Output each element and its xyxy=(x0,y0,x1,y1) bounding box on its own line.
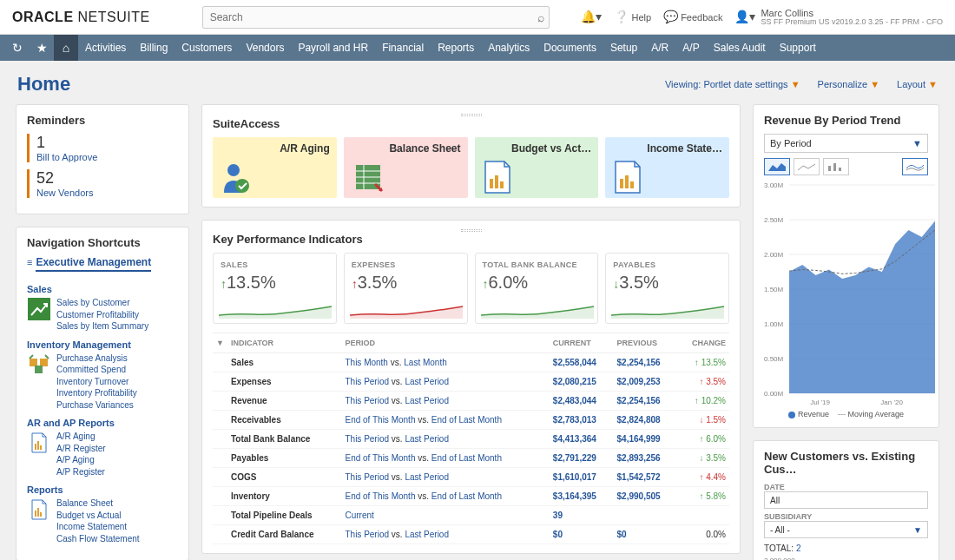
search-input[interactable] xyxy=(202,6,550,29)
kpi-card[interactable]: PAYABLES↓3.5% xyxy=(605,253,729,324)
kpi-row[interactable]: Total Pipeline DealsCurrent39 xyxy=(213,506,729,525)
shortcut-link[interactable]: Budget vs Actual xyxy=(56,510,140,522)
nav-reports[interactable]: Reports xyxy=(431,35,481,61)
suite-access-card[interactable]: A/R Aging xyxy=(213,137,337,198)
svg-rect-19 xyxy=(500,181,504,188)
nav-customers[interactable]: Customers xyxy=(175,35,239,61)
shortcut-link[interactable]: Inventory Profitability xyxy=(56,387,137,399)
header-controls: Viewing: Portlet date settings ▼ Persona… xyxy=(665,79,938,89)
chart-legend: Revenue --- Moving Average xyxy=(764,410,928,418)
nav-sales-audit[interactable]: Sales Audit xyxy=(707,35,773,61)
new-customers-title: New Customers vs. Existing Cus… xyxy=(764,450,928,476)
kpi-row[interactable]: ExpensesThis Period vs. Last Period$2,08… xyxy=(213,372,729,392)
star-icon[interactable]: ★ xyxy=(30,35,54,61)
nav-analytics[interactable]: Analytics xyxy=(481,35,537,61)
reminders-title: Reminders xyxy=(27,114,178,127)
search-icon[interactable]: ⌕ xyxy=(537,10,544,24)
reminders-portlet: Reminders 1Bill to Approve52New Vendors xyxy=(16,104,189,214)
topbar: ORACLE NETSUITE ⌕ 🔔▾ ❔ Help 💬 Feedback 👤… xyxy=(0,0,955,35)
shortcut-link[interactable]: Customer Profitability xyxy=(56,309,148,321)
shortcut-link[interactable]: A/P Register xyxy=(56,466,106,478)
home-icon[interactable]: ⌂ xyxy=(54,35,78,61)
shortcut-link[interactable]: A/R Aging xyxy=(56,431,106,443)
svg-rect-4 xyxy=(35,444,36,450)
svg-rect-8 xyxy=(37,508,39,517)
nav-a-p[interactable]: A/P xyxy=(675,35,706,61)
revenue-trend-portlet: Revenue By Period Trend By Period▼ 3.00M… xyxy=(753,104,939,428)
suite-access-title: SuiteAccess xyxy=(213,117,729,130)
shortcut-link[interactable]: A/R Register xyxy=(56,443,106,455)
revenue-trend-title: Revenue By Period Trend xyxy=(764,114,928,127)
suite-access-card[interactable]: Balance Sheet xyxy=(344,137,468,198)
shortcut-link[interactable]: Committed Spend xyxy=(56,364,137,376)
history-icon[interactable]: ↻ xyxy=(5,35,30,61)
kpi-card[interactable]: SALES↑13.5% xyxy=(213,253,337,324)
nav-setup[interactable]: Setup xyxy=(603,35,644,61)
kpi-row[interactable]: COGSThis Period vs. Last Period$1,610,01… xyxy=(213,468,729,487)
kpi-row[interactable]: Total Bank BalanceThis Period vs. Last P… xyxy=(213,430,729,449)
shortcut-link[interactable]: Sales by Item Summary xyxy=(56,320,148,333)
kpi-row[interactable]: SalesThis Month vs. Last Month$2,558,044… xyxy=(213,353,729,372)
user-name: Marc Collins xyxy=(761,8,943,18)
layout-link[interactable]: Layout ▼ xyxy=(897,79,938,89)
chart-tab-line[interactable] xyxy=(794,158,820,175)
shortcut-link[interactable]: A/P Aging xyxy=(56,454,106,466)
shortcut-link[interactable]: Balance Sheet xyxy=(56,497,140,510)
new-customers-portlet: New Customers vs. Existing Cus… DATE All… xyxy=(753,440,939,560)
doc-bars-icon xyxy=(27,497,51,522)
kpi-card[interactable]: TOTAL BANK BALANCE↑6.0% xyxy=(475,253,599,324)
nav-vendors[interactable]: Vendors xyxy=(239,35,291,61)
shortcut-link[interactable]: Purchase Analysis xyxy=(56,352,137,365)
kpi-title: Key Performance Indicators xyxy=(213,233,729,246)
user-menu[interactable]: 👤▾ Marc Collins SS FF Premium US v2019.2… xyxy=(734,8,943,27)
suite-access-card[interactable]: Income State… xyxy=(605,137,729,198)
kpi-row[interactable]: InventoryEnd of This Month vs. End of La… xyxy=(213,487,729,506)
kpi-card[interactable]: EXPENSES↑3.5% xyxy=(344,253,468,324)
chart-tab-area[interactable] xyxy=(764,158,790,175)
kpi-row[interactable]: RevenueThis Period vs. Last Period$2,483… xyxy=(213,392,729,411)
suite-access-card[interactable]: Budget vs Act… xyxy=(475,137,599,198)
shortcuts-head[interactable]: Executive Management xyxy=(36,256,151,272)
shortcut-link[interactable]: Inventory Turnover xyxy=(56,376,137,388)
chart-tab-bar[interactable] xyxy=(823,158,849,175)
viewing-selector[interactable]: Viewing: Portlet date settings ▼ xyxy=(665,79,800,89)
avatar-icon: 👤▾ xyxy=(734,10,755,23)
nav-payroll-and-hr[interactable]: Payroll and HR xyxy=(291,35,375,61)
chart-tab-combo[interactable] xyxy=(902,158,928,175)
kpi-row[interactable]: PayablesEnd of This Month vs. End of Las… xyxy=(213,449,729,468)
nav-financial[interactable]: Financial xyxy=(375,35,431,61)
help-link[interactable]: ❔ Help xyxy=(614,10,651,23)
nav-documents[interactable]: Documents xyxy=(537,35,603,61)
shortcut-link[interactable]: Cash Flow Statement xyxy=(56,533,140,545)
kpi-table: ▼ INDICATOR PERIOD CURRENT PREVIOUS CHAN… xyxy=(213,333,729,544)
global-search: ⌕ xyxy=(202,6,550,29)
shortcut-link[interactable]: Purchase Variances xyxy=(56,399,137,412)
shortcut-link[interactable]: Sales by Customer xyxy=(56,297,148,309)
notifications-icon[interactable]: 🔔▾ xyxy=(581,10,602,23)
subsidiary-selector[interactable]: - All -▼ xyxy=(764,521,928,538)
kpi-row[interactable]: ReceivablesEnd of This Month vs. End of … xyxy=(213,411,729,430)
page-header: Home Viewing: Portlet date settings ▼ Pe… xyxy=(0,61,955,104)
reminder-item[interactable]: 1Bill to Approve xyxy=(27,134,178,162)
total-row: TOTAL: 2 xyxy=(764,544,928,553)
shortcut-group-title: Inventory Management xyxy=(27,339,178,350)
nav-billing[interactable]: Billing xyxy=(133,35,175,61)
personalize-link[interactable]: Personalize ▼ xyxy=(818,79,879,89)
svg-rect-2 xyxy=(40,359,48,366)
date-selector[interactable]: All xyxy=(764,491,928,509)
svg-rect-23 xyxy=(828,166,831,171)
kpi-row[interactable]: Credit Card BalanceThis Period vs. Last … xyxy=(213,525,729,544)
period-selector[interactable]: By Period▼ xyxy=(764,134,928,153)
svg-rect-21 xyxy=(625,175,629,188)
svg-rect-5 xyxy=(37,441,39,450)
reminder-item[interactable]: 52New Vendors xyxy=(27,169,178,198)
nav-a-r[interactable]: A/R xyxy=(644,35,675,61)
svg-rect-24 xyxy=(833,163,836,171)
feedback-link[interactable]: 💬 Feedback xyxy=(663,10,722,23)
nav-support[interactable]: Support xyxy=(773,35,823,61)
svg-rect-17 xyxy=(490,179,493,188)
shortcut-link[interactable]: Income Statement xyxy=(56,521,140,533)
svg-rect-18 xyxy=(495,175,498,188)
nav-activities[interactable]: Activities xyxy=(78,35,133,61)
user-meta: Marc Collins SS FF Premium US v2019.2.0 … xyxy=(761,8,943,27)
